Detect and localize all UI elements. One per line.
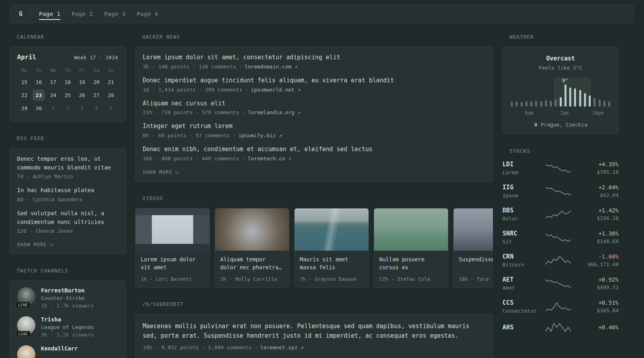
- hackernews-item-title[interactable]: Aliquam nec cursus elit: [143, 99, 485, 108]
- stock-row: DBS Dolor +1.42% $156.28: [502, 207, 619, 222]
- rss-item: In hac habitasse platea 8d · Cynthia Sau…: [17, 186, 118, 202]
- live-badge: LIVE: [16, 302, 30, 308]
- hackernews-item-domain-link[interactable]: ipsumworld.net ↗: [251, 87, 301, 93]
- video-title: Nullam posuere cursus ex: [379, 255, 443, 272]
- channel-avatar-image: [17, 345, 35, 358]
- stock-sparkline: [537, 163, 579, 173]
- twitch-channel[interactable]: KendallCarr: [17, 345, 118, 358]
- video-meta: 7h · Grayson Dawson: [300, 276, 363, 282]
- twitch-channel[interactable]: LIVE Trisha League of Legends 3h · 1.2k …: [17, 316, 118, 338]
- subreddit-section-title: /R/SUBREDDIT: [142, 301, 493, 307]
- calendar-day: 17: [46, 76, 60, 89]
- rss-show-more-button[interactable]: SHOW MORE: [17, 242, 53, 247]
- calendar-week-year: Week 17 · 2024: [74, 54, 118, 60]
- weather-bar: [603, 101, 605, 107]
- calendar-weekday-row: MoTuWeThFrSaSu: [17, 65, 118, 76]
- calendar-days-grid: 1516171819202122232425262728293012345: [17, 76, 118, 115]
- video-card-body: Suspendisse diam 18h · Tara: [454, 251, 493, 287]
- stock-change: +0.92%: [579, 276, 619, 283]
- rss-item-title[interactable]: Sed volutpat nulla nisl, a condimentum n…: [17, 209, 118, 226]
- video-title: Aliquam tempor dolor nec pharetra…: [220, 255, 284, 272]
- right-column: WEATHER Overcast Feels like 5°C 9° 6am2p…: [502, 34, 619, 346]
- weather-bar: [560, 97, 562, 107]
- weather-bar: [545, 100, 547, 107]
- channel-text: KendallCarr: [41, 345, 78, 352]
- hackernews-list: Lorem ipsum dolor sit amet, consectetur …: [143, 53, 485, 161]
- video-title: Suspendisse diam: [459, 255, 493, 263]
- videos-widget: VIDEOS Lorem ipsum dolor sit amet consec…: [135, 195, 493, 288]
- video-card[interactable]: Lorem ipsum dolor sit amet consectetu… 1…: [135, 208, 210, 288]
- subreddit-post-text[interactable]: Maecenas mollis pulvinar erat non posuer…: [143, 321, 485, 340]
- calendar-day: 29: [17, 102, 31, 115]
- video-card[interactable]: Nullam posuere cursus ex 17h · Stefan Co…: [374, 208, 448, 288]
- weather-time-axis: 6am2pm10pm: [510, 110, 611, 116]
- hackernews-item-domain-link[interactable]: loremdomain.com ↗: [244, 64, 297, 70]
- calendar-day: 2: [60, 102, 75, 115]
- video-card-body: Lorem ipsum dolor sit amet consectetu… 1…: [136, 251, 209, 287]
- hackernews-item-domain-link[interactable]: loremlandia.org ↗: [248, 109, 301, 115]
- rss-list: Donec tempor eros leo, ut commodo mauris…: [17, 155, 118, 234]
- video-meta: 18h · Tara: [459, 276, 493, 282]
- weather-bar: [564, 84, 566, 107]
- video-card[interactable]: Aliquam tempor dolor nec pharetra… 1h · …: [215, 208, 289, 288]
- hackernews-item-title[interactable]: Lorem ipsum dolor sit amet, consectetur …: [143, 53, 485, 62]
- stock-change: +0.46%: [579, 324, 619, 331]
- stock-price: $156.28: [579, 215, 619, 221]
- stock-symbol: DBS: [502, 207, 537, 214]
- twitch-widget: TWITCH CHANNELS LIVE ForrestBurton Count…: [10, 268, 126, 358]
- calendar-day: 16: [31, 76, 46, 89]
- video-card[interactable]: Suspendisse diam 18h · Tara: [453, 208, 493, 288]
- stock-name: Ipsum: [502, 193, 537, 198]
- hackernews-item-domain-link[interactable]: ipsumify.biz ↗: [239, 132, 282, 138]
- stock-name: Amet: [502, 285, 537, 291]
- hackernews-section-title: HACKER NEWS: [142, 34, 493, 40]
- hackernews-item-title[interactable]: Donec enim nibh, condimentum et accumsan…: [143, 145, 485, 154]
- stock-identity: CRN Bitcorn: [502, 253, 537, 268]
- video-card[interactable]: Mauris sit amet massa felis 7h · Grayson…: [294, 208, 369, 288]
- stock-row: CCS Consectetur +0.51% $165.84: [502, 299, 619, 314]
- page-tab[interactable]: Page 4: [137, 5, 158, 23]
- page-tab[interactable]: Page 2: [72, 5, 93, 23]
- calendar-month: April: [17, 53, 36, 61]
- subreddit-post-domain-link[interactable]: loremnet.xyz ↗: [260, 344, 304, 350]
- weather-bar: [599, 99, 601, 107]
- weather-bar: [530, 101, 532, 107]
- stocks-list: LDI Lorem +4.35% $795.18 IIG Ipsum: [502, 161, 619, 333]
- weather-time-label: 10pm: [592, 110, 603, 116]
- calendar-card: April Week 17 · 2024 MoTuWeThFrSaSu 1516…: [10, 47, 126, 122]
- hackernews-item-title[interactable]: Integer eget rutrum lorem: [143, 122, 485, 131]
- rss-item-title[interactable]: In hac habitasse platea: [17, 186, 118, 195]
- weather-bar: [516, 101, 518, 107]
- channel-name: ForrestBurton: [41, 287, 94, 294]
- hackernews-item-title[interactable]: Donec imperdiet augue tincidunt felis al…: [143, 76, 485, 85]
- hackernews-item: Aliquam nec cursus elit 21h · 710 points…: [143, 99, 485, 116]
- stock-price: $42.04: [579, 192, 619, 198]
- stock-row: CRN Bitcorn -1.00% $66,171.48: [502, 253, 619, 268]
- hackernews-show-more-button[interactable]: SHOW MORE: [143, 169, 178, 175]
- avatar: LIVE: [17, 287, 35, 305]
- stock-values: +1.42% $156.28: [579, 207, 619, 221]
- weather-bar: [574, 88, 576, 107]
- stock-values: +0.51% $165.84: [579, 300, 619, 313]
- subreddit-card: Maecenas mollis pulvinar erat non posuer…: [135, 314, 493, 358]
- channel-viewers: 1h · 1.7k viewers: [41, 303, 94, 309]
- chevron-down-icon: [49, 242, 53, 246]
- weather-bar: [511, 102, 513, 107]
- videos-row: Lorem ipsum dolor sit amet consectetu… 1…: [135, 208, 493, 288]
- calendar-day: 28: [104, 89, 118, 102]
- stock-sparkline: [537, 209, 579, 220]
- page-tab[interactable]: Page 3: [104, 5, 126, 23]
- twitch-channel[interactable]: LIVE ForrestBurton Counter-Strike 1h · 1…: [17, 287, 118, 309]
- rss-section-title: RSS FEED: [17, 135, 126, 141]
- stock-identity: SNRC Sit: [502, 230, 537, 245]
- channel-text: ForrestBurton Counter-Strike 1h · 1.7k v…: [41, 287, 94, 309]
- rss-item-title[interactable]: Donec tempor eros leo, ut commodo mauris…: [17, 155, 118, 172]
- stock-symbol: AET: [502, 276, 537, 283]
- weekday-label: Mo: [17, 65, 31, 76]
- calendar-day: 25: [60, 89, 75, 102]
- hackernews-item-domain-link[interactable]: loremtech.co ↗: [248, 156, 291, 161]
- weather-bar: [589, 95, 591, 107]
- stock-sparkline: [537, 322, 579, 333]
- stocks-section-title: STOCKS: [510, 148, 619, 154]
- page-tab[interactable]: Page 1: [39, 5, 60, 23]
